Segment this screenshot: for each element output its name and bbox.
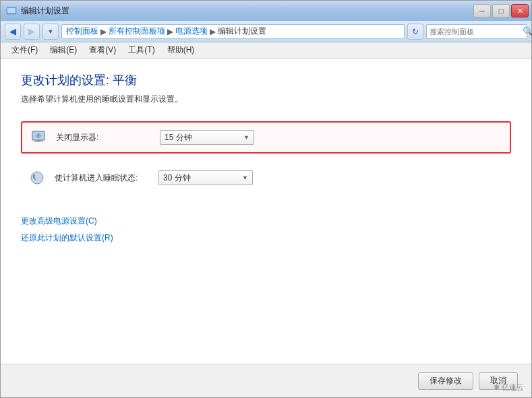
advanced-settings-link[interactable]: 更改高级电源设置(C) xyxy=(21,215,511,227)
svg-rect-1 xyxy=(7,8,16,13)
breadcrumb-all-items[interactable]: 所有控制面板项 xyxy=(109,26,165,37)
minimize-button[interactable]: ─ xyxy=(473,4,491,18)
settings-section: 关闭显示器: 15 分钟 ▼ 使计算机进入睡眠状态: 30 分钟 ▼ xyxy=(21,121,511,193)
title-bar-left: 编辑计划设置 xyxy=(6,5,69,17)
sleep-row: 使计算机进入睡眠状态: 30 分钟 ▼ xyxy=(21,163,511,193)
main-content: 更改计划的设置: 平衡 选择希望计算机使用的睡眠设置和显示设置。 关闭显示器: xyxy=(1,59,531,364)
chevron-down-icon: ▼ xyxy=(243,134,249,141)
sleep-icon xyxy=(29,170,45,186)
svg-point-9 xyxy=(31,172,43,184)
menu-file[interactable]: 文件(F) xyxy=(6,43,43,57)
svg-rect-3 xyxy=(8,14,15,15)
menu-view[interactable]: 查看(V) xyxy=(84,43,121,57)
sleep-label: 使计算机进入睡眠状态: xyxy=(55,172,149,184)
page-title: 更改计划的设置: 平衡 xyxy=(21,72,511,88)
display-off-value: 15 分钟 xyxy=(165,132,243,143)
display-off-row: 关闭显示器: 15 分钟 ▼ xyxy=(21,121,511,154)
window-title: 编辑计划设置 xyxy=(21,5,69,17)
menu-bar: 文件(F) 编辑(E) 查看(V) 工具(T) 帮助(H) xyxy=(1,42,531,59)
back-button[interactable]: ◀ xyxy=(5,24,21,40)
chevron-down-icon-2: ▼ xyxy=(242,174,248,181)
display-off-dropdown[interactable]: 15 分钟 ▼ xyxy=(160,130,254,145)
restore-defaults-link[interactable]: 还原此计划的默认设置(R) xyxy=(21,232,511,244)
save-button[interactable]: 保存修改 xyxy=(418,372,473,390)
window-icon xyxy=(6,5,17,16)
breadcrumb-control-panel[interactable]: 控制面板 xyxy=(66,26,98,37)
sleep-value: 30 分钟 xyxy=(163,172,242,184)
menu-edit[interactable]: 编辑(E) xyxy=(45,43,82,57)
menu-tools[interactable]: 工具(T) xyxy=(123,43,160,57)
search-input[interactable] xyxy=(430,28,523,36)
display-off-label: 关闭显示器: xyxy=(56,132,150,143)
svg-rect-6 xyxy=(36,140,40,141)
sleep-dropdown[interactable]: 30 分钟 ▼ xyxy=(158,170,253,185)
search-icon[interactable]: 🔍 xyxy=(523,26,532,36)
address-bar: ◀ ▶ ▼ 控制面板 ▶ 所有控制面板项 ▶ 电源选项 ▶ 编辑计划设置 ↻ 🔍 xyxy=(1,21,531,42)
svg-rect-7 xyxy=(34,141,42,142)
svg-rect-2 xyxy=(9,13,13,14)
menu-help[interactable]: 帮助(H) xyxy=(162,43,200,57)
title-bar: 编辑计划设置 ─ □ ✕ xyxy=(1,1,531,21)
search-box[interactable]: 🔍 xyxy=(426,24,527,39)
dropdown-button[interactable]: ▼ xyxy=(42,24,59,40)
address-breadcrumb: 控制面板 ▶ 所有控制面板项 ▶ 电源选项 ▶ 编辑计划设置 xyxy=(61,24,405,39)
maximize-button[interactable]: □ xyxy=(492,4,510,18)
breadcrumb-current: 编辑计划设置 xyxy=(218,26,266,37)
title-bar-buttons: ─ □ ✕ xyxy=(473,4,529,18)
monitor-icon xyxy=(30,129,47,145)
bottom-bar: 保存修改 取消 xyxy=(1,364,531,397)
refresh-button[interactable]: ↻ xyxy=(407,24,423,40)
links-section: 更改高级电源设置(C) 还原此计划的默认设置(R) xyxy=(21,215,511,244)
forward-button[interactable]: ▶ xyxy=(24,24,40,40)
close-button[interactable]: ✕ xyxy=(511,4,529,18)
page-subtitle: 选择希望计算机使用的睡眠设置和显示设置。 xyxy=(21,94,511,105)
watermark-icon: ❋ xyxy=(494,383,500,392)
watermark-text: 亿速云 xyxy=(502,383,524,393)
main-window: 编辑计划设置 ─ □ ✕ ◀ ▶ ▼ 控制面板 ▶ 所有控制面板项 ▶ 电源选项… xyxy=(0,0,532,398)
watermark: ❋ 亿速云 xyxy=(494,383,524,393)
breadcrumb-power[interactable]: 电源选项 xyxy=(175,26,208,37)
